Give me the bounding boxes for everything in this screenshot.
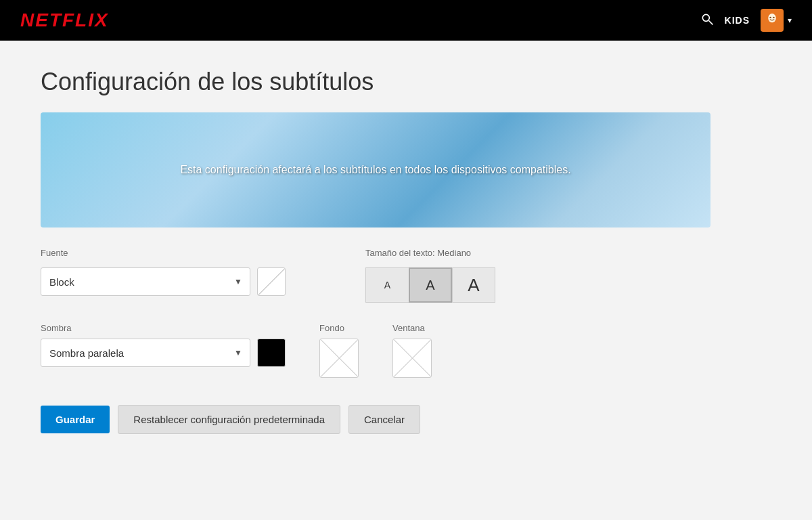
reset-button[interactable]: Restablecer configuración predeterminada <box>118 405 340 434</box>
text-size-buttons: A A A <box>365 267 710 303</box>
preview-banner: Esta configuración afectará a los subtít… <box>41 112 710 228</box>
fuente-label: Fuente <box>41 248 325 258</box>
fuente-color-swatch[interactable] <box>257 267 286 296</box>
fondo-color-swatch[interactable] <box>319 339 359 378</box>
fuente-row: Block Arial Times New Roman Courier New … <box>41 267 325 296</box>
search-icon[interactable] <box>700 12 714 29</box>
cancel-button[interactable]: Cancelar <box>348 405 420 434</box>
fuente-select-wrapper: Block Arial Times New Roman Courier New … <box>41 267 250 296</box>
ventana-color-swatch[interactable] <box>392 339 432 378</box>
svg-point-4 <box>769 17 771 18</box>
svg-point-0 <box>702 14 709 21</box>
netflix-logo: NETFLIX <box>20 9 109 31</box>
shadow-label: Sombra <box>41 323 286 333</box>
kids-label[interactable]: KIDS <box>725 15 750 26</box>
avatar <box>761 9 784 32</box>
page-title: Configuración de los subtítulos <box>41 68 771 96</box>
form-row-2: Sombra Sombra paralela Sin sombra Levant… <box>41 323 710 378</box>
shadow-section: Sombra Sombra paralela Sin sombra Levant… <box>41 323 286 367</box>
svg-point-3 <box>768 14 776 22</box>
fondo-section: Fondo <box>319 323 359 378</box>
shadow-color-swatch[interactable] <box>257 339 286 367</box>
shadow-row: Sombra paralela Sin sombra Levantada Dep… <box>41 339 286 367</box>
fuente-section: Fuente Block Arial Times New Roman Couri… <box>41 248 325 303</box>
fondo-label: Fondo <box>319 323 359 333</box>
shadow-select[interactable]: Sombra paralela Sin sombra Levantada Dep… <box>41 339 250 367</box>
ventana-label: Ventana <box>392 323 432 333</box>
fuente-select[interactable]: Block Arial Times New Roman Courier New <box>41 267 250 296</box>
text-size-medium-button[interactable]: A <box>409 267 452 303</box>
preview-text: Esta configuración afectará a los subtít… <box>180 162 570 178</box>
ventana-section: Ventana <box>392 323 432 378</box>
text-size-small-button[interactable]: A <box>365 267 409 303</box>
shadow-select-wrapper: Sombra paralela Sin sombra Levantada Dep… <box>41 339 250 367</box>
save-button[interactable]: Guardar <box>41 406 110 433</box>
chevron-down-icon[interactable]: ▾ <box>788 16 792 25</box>
avatar-wrap[interactable]: ▾ <box>761 9 792 32</box>
header-right: KIDS ▾ <box>700 9 792 32</box>
text-size-large-button[interactable]: A <box>452 267 495 303</box>
main-content: Configuración de los subtítulos Esta con… <box>0 41 812 461</box>
text-size-label: Tamaño del texto: Mediano <box>365 248 710 258</box>
header: NETFLIX KIDS <box>0 0 812 41</box>
svg-point-5 <box>773 17 774 18</box>
form-row-1: Fuente Block Arial Times New Roman Couri… <box>41 248 710 303</box>
text-size-section: Tamaño del texto: Mediano A A A <box>365 248 710 303</box>
action-buttons: Guardar Restablecer configuración predet… <box>41 405 771 434</box>
svg-line-1 <box>708 20 713 24</box>
